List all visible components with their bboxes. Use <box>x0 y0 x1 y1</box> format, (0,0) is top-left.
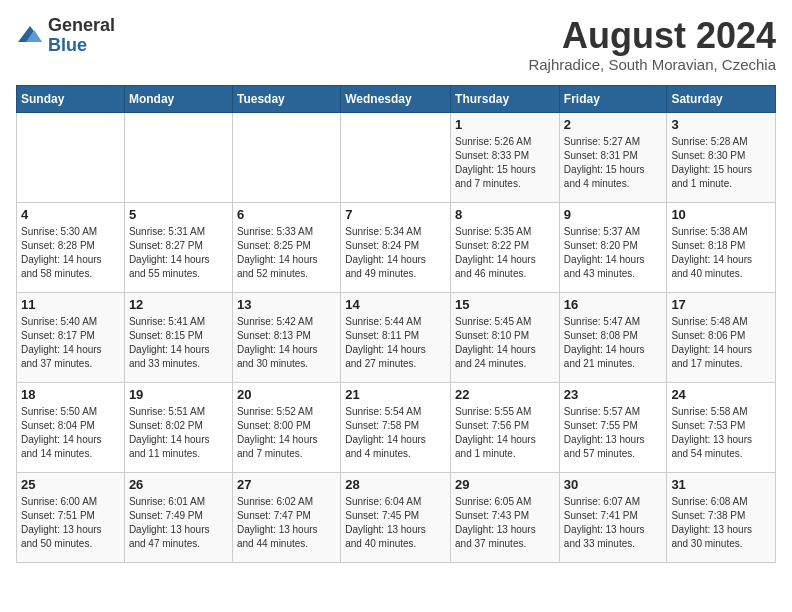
day-number: 23 <box>564 387 663 402</box>
day-number: 6 <box>237 207 336 222</box>
month-year: August 2024 <box>528 16 776 56</box>
day-cell-14: 11Sunrise: 5:40 AM Sunset: 8:17 PM Dayli… <box>17 292 125 382</box>
day-cell-5: 2Sunrise: 5:27 AM Sunset: 8:31 PM Daylig… <box>559 112 667 202</box>
day-cell-9: 6Sunrise: 5:33 AM Sunset: 8:25 PM Daylig… <box>232 202 340 292</box>
day-number: 31 <box>671 477 771 492</box>
day-info: Sunrise: 5:26 AM Sunset: 8:33 PM Dayligh… <box>455 135 555 191</box>
weekday-header-thursday: Thursday <box>451 85 560 112</box>
day-number: 19 <box>129 387 228 402</box>
day-number: 3 <box>671 117 771 132</box>
day-info: Sunrise: 6:02 AM Sunset: 7:47 PM Dayligh… <box>237 495 336 551</box>
day-number: 8 <box>455 207 555 222</box>
weekday-header-friday: Friday <box>559 85 667 112</box>
day-cell-7: 4Sunrise: 5:30 AM Sunset: 8:28 PM Daylig… <box>17 202 125 292</box>
day-cell-19: 16Sunrise: 5:47 AM Sunset: 8:08 PM Dayli… <box>559 292 667 382</box>
day-cell-16: 13Sunrise: 5:42 AM Sunset: 8:13 PM Dayli… <box>232 292 340 382</box>
day-number: 24 <box>671 387 771 402</box>
day-number: 15 <box>455 297 555 312</box>
day-info: Sunrise: 5:40 AM Sunset: 8:17 PM Dayligh… <box>21 315 120 371</box>
day-info: Sunrise: 5:33 AM Sunset: 8:25 PM Dayligh… <box>237 225 336 281</box>
day-info: Sunrise: 5:57 AM Sunset: 7:55 PM Dayligh… <box>564 405 663 461</box>
day-info: Sunrise: 6:07 AM Sunset: 7:41 PM Dayligh… <box>564 495 663 551</box>
day-info: Sunrise: 6:08 AM Sunset: 7:38 PM Dayligh… <box>671 495 771 551</box>
day-info: Sunrise: 5:35 AM Sunset: 8:22 PM Dayligh… <box>455 225 555 281</box>
day-info: Sunrise: 5:38 AM Sunset: 8:18 PM Dayligh… <box>671 225 771 281</box>
weekday-header-saturday: Saturday <box>667 85 776 112</box>
day-info: Sunrise: 5:58 AM Sunset: 7:53 PM Dayligh… <box>671 405 771 461</box>
day-number: 16 <box>564 297 663 312</box>
day-number: 1 <box>455 117 555 132</box>
day-cell-1 <box>124 112 232 202</box>
day-info: Sunrise: 6:01 AM Sunset: 7:49 PM Dayligh… <box>129 495 228 551</box>
day-number: 30 <box>564 477 663 492</box>
day-cell-0 <box>17 112 125 202</box>
weekday-header-monday: Monday <box>124 85 232 112</box>
day-info: Sunrise: 5:27 AM Sunset: 8:31 PM Dayligh… <box>564 135 663 191</box>
day-cell-6: 3Sunrise: 5:28 AM Sunset: 8:30 PM Daylig… <box>667 112 776 202</box>
day-info: Sunrise: 5:51 AM Sunset: 8:02 PM Dayligh… <box>129 405 228 461</box>
day-cell-33: 30Sunrise: 6:07 AM Sunset: 7:41 PM Dayli… <box>559 472 667 562</box>
weekday-header-row: SundayMondayTuesdayWednesdayThursdayFrid… <box>17 85 776 112</box>
day-info: Sunrise: 5:34 AM Sunset: 8:24 PM Dayligh… <box>345 225 446 281</box>
day-cell-31: 28Sunrise: 6:04 AM Sunset: 7:45 PM Dayli… <box>341 472 451 562</box>
day-cell-4: 1Sunrise: 5:26 AM Sunset: 8:33 PM Daylig… <box>451 112 560 202</box>
day-cell-15: 12Sunrise: 5:41 AM Sunset: 8:15 PM Dayli… <box>124 292 232 382</box>
day-info: Sunrise: 6:04 AM Sunset: 7:45 PM Dayligh… <box>345 495 446 551</box>
day-number: 21 <box>345 387 446 402</box>
day-info: Sunrise: 5:30 AM Sunset: 8:28 PM Dayligh… <box>21 225 120 281</box>
day-info: Sunrise: 6:00 AM Sunset: 7:51 PM Dayligh… <box>21 495 120 551</box>
day-cell-17: 14Sunrise: 5:44 AM Sunset: 8:11 PM Dayli… <box>341 292 451 382</box>
day-number: 22 <box>455 387 555 402</box>
day-cell-20: 17Sunrise: 5:48 AM Sunset: 8:06 PM Dayli… <box>667 292 776 382</box>
weekday-header-sunday: Sunday <box>17 85 125 112</box>
week-row-5: 25Sunrise: 6:00 AM Sunset: 7:51 PM Dayli… <box>17 472 776 562</box>
day-number: 17 <box>671 297 771 312</box>
day-cell-13: 10Sunrise: 5:38 AM Sunset: 8:18 PM Dayli… <box>667 202 776 292</box>
day-number: 20 <box>237 387 336 402</box>
day-cell-10: 7Sunrise: 5:34 AM Sunset: 8:24 PM Daylig… <box>341 202 451 292</box>
day-cell-24: 21Sunrise: 5:54 AM Sunset: 7:58 PM Dayli… <box>341 382 451 472</box>
title-block: August 2024 Rajhradice, South Moravian, … <box>528 16 776 73</box>
day-number: 28 <box>345 477 446 492</box>
day-number: 10 <box>671 207 771 222</box>
weekday-header-tuesday: Tuesday <box>232 85 340 112</box>
day-cell-18: 15Sunrise: 5:45 AM Sunset: 8:10 PM Dayli… <box>451 292 560 382</box>
day-cell-32: 29Sunrise: 6:05 AM Sunset: 7:43 PM Dayli… <box>451 472 560 562</box>
week-row-1: 1Sunrise: 5:26 AM Sunset: 8:33 PM Daylig… <box>17 112 776 202</box>
day-info: Sunrise: 5:41 AM Sunset: 8:15 PM Dayligh… <box>129 315 228 371</box>
week-row-2: 4Sunrise: 5:30 AM Sunset: 8:28 PM Daylig… <box>17 202 776 292</box>
day-cell-12: 9Sunrise: 5:37 AM Sunset: 8:20 PM Daylig… <box>559 202 667 292</box>
day-number: 27 <box>237 477 336 492</box>
day-number: 13 <box>237 297 336 312</box>
day-cell-30: 27Sunrise: 6:02 AM Sunset: 7:47 PM Dayli… <box>232 472 340 562</box>
logo: General Blue <box>16 16 115 56</box>
day-info: Sunrise: 5:52 AM Sunset: 8:00 PM Dayligh… <box>237 405 336 461</box>
day-cell-8: 5Sunrise: 5:31 AM Sunset: 8:27 PM Daylig… <box>124 202 232 292</box>
day-number: 29 <box>455 477 555 492</box>
week-row-3: 11Sunrise: 5:40 AM Sunset: 8:17 PM Dayli… <box>17 292 776 382</box>
day-number: 9 <box>564 207 663 222</box>
day-cell-11: 8Sunrise: 5:35 AM Sunset: 8:22 PM Daylig… <box>451 202 560 292</box>
day-number: 5 <box>129 207 228 222</box>
day-cell-21: 18Sunrise: 5:50 AM Sunset: 8:04 PM Dayli… <box>17 382 125 472</box>
day-number: 25 <box>21 477 120 492</box>
day-cell-29: 26Sunrise: 6:01 AM Sunset: 7:49 PM Dayli… <box>124 472 232 562</box>
day-info: Sunrise: 6:05 AM Sunset: 7:43 PM Dayligh… <box>455 495 555 551</box>
day-info: Sunrise: 5:54 AM Sunset: 7:58 PM Dayligh… <box>345 405 446 461</box>
day-cell-28: 25Sunrise: 6:00 AM Sunset: 7:51 PM Dayli… <box>17 472 125 562</box>
day-cell-22: 19Sunrise: 5:51 AM Sunset: 8:02 PM Dayli… <box>124 382 232 472</box>
day-info: Sunrise: 5:44 AM Sunset: 8:11 PM Dayligh… <box>345 315 446 371</box>
calendar-table: SundayMondayTuesdayWednesdayThursdayFrid… <box>16 85 776 563</box>
day-info: Sunrise: 5:37 AM Sunset: 8:20 PM Dayligh… <box>564 225 663 281</box>
week-row-4: 18Sunrise: 5:50 AM Sunset: 8:04 PM Dayli… <box>17 382 776 472</box>
day-info: Sunrise: 5:55 AM Sunset: 7:56 PM Dayligh… <box>455 405 555 461</box>
day-cell-34: 31Sunrise: 6:08 AM Sunset: 7:38 PM Dayli… <box>667 472 776 562</box>
day-info: Sunrise: 5:31 AM Sunset: 8:27 PM Dayligh… <box>129 225 228 281</box>
day-cell-25: 22Sunrise: 5:55 AM Sunset: 7:56 PM Dayli… <box>451 382 560 472</box>
day-cell-26: 23Sunrise: 5:57 AM Sunset: 7:55 PM Dayli… <box>559 382 667 472</box>
day-info: Sunrise: 5:48 AM Sunset: 8:06 PM Dayligh… <box>671 315 771 371</box>
day-cell-3 <box>341 112 451 202</box>
location: Rajhradice, South Moravian, Czechia <box>528 56 776 73</box>
day-number: 7 <box>345 207 446 222</box>
day-cell-2 <box>232 112 340 202</box>
